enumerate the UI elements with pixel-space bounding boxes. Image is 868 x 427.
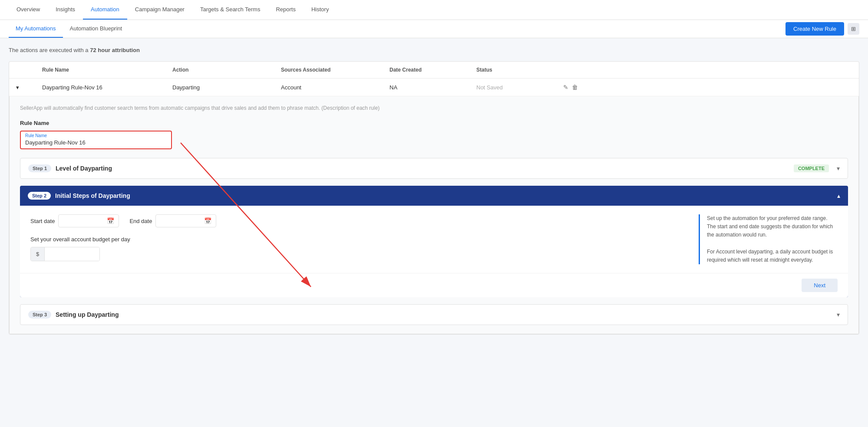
step2-sidebar-text: Set up the automation for your preferred…	[707, 214, 838, 264]
step2-expanded: Step 2 Initial Steps of Dayparting ▴ Sta…	[20, 186, 848, 297]
rule-input-area: Rule Name	[20, 131, 848, 149]
rule-name-float-label: Rule Name	[25, 133, 47, 138]
expanded-row-section: SellerApp will automatically find custom…	[9, 96, 859, 334]
col-rule-name: Rule Name	[42, 67, 172, 73]
col-expand	[16, 67, 42, 73]
step3-badge: Step 3	[28, 311, 51, 319]
step1-chevron-down: ▾	[837, 165, 840, 172]
col-actions	[563, 67, 589, 73]
end-date-label: End date	[129, 218, 152, 224]
end-date-input[interactable]: 📅	[155, 214, 216, 227]
calendar-icon-end: 📅	[204, 217, 211, 224]
step2-footer: Next	[20, 273, 848, 297]
budget-input[interactable]	[45, 247, 99, 261]
tab-reports[interactable]: Reports	[268, 0, 304, 20]
row-actions: ✎ 🗑	[563, 84, 589, 91]
sub-nav-right: Create New Rule ⊞	[785, 22, 859, 36]
date-row: Start date 📅 End date 📅	[30, 214, 690, 227]
step1-right: COMPLETE ▾	[794, 164, 840, 172]
date-cell: NA	[389, 84, 476, 91]
step2-title: Initial Steps of Dayparting	[55, 192, 130, 199]
step3-item[interactable]: Step 3 Setting up Dayparting ▾	[20, 304, 848, 325]
tab-automation[interactable]: Automation	[83, 0, 127, 20]
step2-chevron-up: ▴	[837, 192, 840, 199]
start-date-label: Start date	[30, 218, 55, 224]
rules-table: Rule Name Action Sources Associated Date…	[9, 61, 859, 335]
attribution-notice: The actions are executed with a 72 hour …	[9, 47, 859, 53]
sources-cell: Account	[281, 84, 389, 91]
rule-name-cell: Dayparting Rule-Nov 16	[42, 84, 172, 91]
step2-sidebar: Set up the automation for your preferred…	[699, 214, 838, 264]
expand-toggle[interactable]: ▾	[16, 84, 42, 91]
col-status: Status	[476, 67, 563, 73]
step1-header[interactable]: Step 1 Level of Dayparting COMPLETE ▾	[20, 158, 848, 178]
step3-header-left: Step 3 Setting up Dayparting	[28, 311, 119, 319]
tab-overview[interactable]: Overview	[9, 0, 48, 20]
create-new-rule-button[interactable]: Create New Rule	[785, 22, 844, 36]
chevron-down-icon: ▾	[16, 84, 19, 91]
next-button[interactable]: Next	[802, 279, 838, 292]
col-date: Date Created	[389, 67, 476, 73]
complete-badge: COMPLETE	[794, 164, 829, 172]
tab-campaign-manager[interactable]: Campaign Manager	[127, 0, 192, 20]
budget-prefix: $	[31, 247, 45, 261]
edit-icon[interactable]: ✎	[563, 84, 568, 91]
delete-icon[interactable]: 🗑	[572, 84, 578, 91]
top-navigation: Overview Insights Automation Campaign Ma…	[0, 0, 868, 20]
step3-chevron-down: ▾	[837, 311, 840, 318]
step1-badge: Step 1	[28, 164, 51, 172]
step2-badge: Step 2	[28, 192, 51, 200]
table-header: Rule Name Action Sources Associated Date…	[9, 62, 859, 79]
start-date-field: Start date 📅	[30, 214, 119, 227]
sub-navigation: My Automations Automation Blueprint Crea…	[0, 20, 868, 38]
attribution-prefix: The actions are executed with a	[9, 47, 90, 53]
status-cell: Not Saved	[476, 84, 563, 91]
col-sources: Sources Associated	[281, 67, 389, 73]
description-text: SellerApp will automatically find custom…	[20, 105, 848, 111]
budget-input-wrap: $	[30, 247, 100, 261]
sub-tab-blueprint[interactable]: Automation Blueprint	[63, 20, 129, 38]
settings-button[interactable]: ⊞	[848, 23, 859, 35]
attribution-highlight: 72 hour attribution	[90, 47, 140, 53]
start-date-input[interactable]: 📅	[58, 214, 119, 227]
budget-label: Set your overall account budget per day	[30, 236, 690, 243]
end-date-field: End date 📅	[129, 214, 216, 227]
tab-insights[interactable]: Insights	[48, 0, 83, 20]
tab-history[interactable]: History	[304, 0, 337, 20]
table-row: ▾ Dayparting Rule-Nov 16 Dayparting Acco…	[9, 79, 859, 96]
step2-header-left: Step 2 Initial Steps of Dayparting	[28, 192, 130, 200]
step2-body: Start date 📅 End date 📅	[20, 206, 848, 273]
col-action: Action	[172, 67, 281, 73]
step3-title: Setting up Dayparting	[56, 311, 119, 318]
step1-header-left: Step 1 Level of Dayparting	[28, 164, 112, 172]
tab-targets[interactable]: Targets & Search Terms	[192, 0, 268, 20]
main-content: The actions are executed with a 72 hour …	[0, 38, 868, 427]
sub-tab-my-automations[interactable]: My Automations	[9, 20, 63, 38]
sub-nav-left: My Automations Automation Blueprint	[9, 20, 129, 38]
calendar-icon-start: 📅	[107, 217, 114, 224]
step2-header[interactable]: Step 2 Initial Steps of Dayparting ▴	[20, 186, 848, 206]
action-cell: Dayparting	[172, 84, 281, 91]
rule-name-label: Rule Name	[20, 120, 848, 126]
rule-name-input-wrapper: Rule Name	[20, 131, 172, 149]
step1-item: Step 1 Level of Dayparting COMPLETE ▾	[20, 158, 848, 179]
step2-main: Start date 📅 End date 📅	[30, 214, 690, 264]
grid-icon: ⊞	[851, 26, 856, 32]
step1-title: Level of Dayparting	[56, 165, 112, 172]
